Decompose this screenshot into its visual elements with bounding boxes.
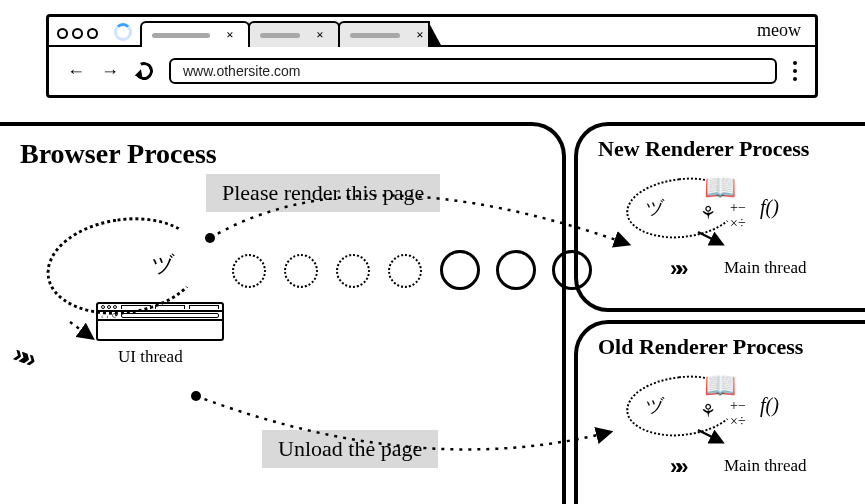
traffic-light-icon bbox=[72, 28, 83, 39]
math-icon: +−×÷ bbox=[730, 398, 746, 430]
old-renderer-title: Old Renderer Process bbox=[598, 334, 865, 360]
browser-toolbar: ← → www.othersite.com bbox=[49, 47, 815, 95]
tab-title-placeholder-icon bbox=[350, 33, 400, 38]
browser-brand-label: meow bbox=[757, 20, 801, 41]
old-main-thread-label: Main thread bbox=[724, 456, 807, 476]
math-icon: +−×÷ bbox=[730, 200, 746, 232]
new-renderer-title: New Renderer Process bbox=[598, 136, 865, 162]
tab-title-placeholder-icon bbox=[260, 33, 300, 38]
stream-step-icon bbox=[232, 254, 266, 288]
url-text: www.othersite.com bbox=[183, 63, 300, 79]
stream-step-icon bbox=[496, 250, 536, 290]
chevrons-icon: »» bbox=[670, 256, 682, 282]
tab-strip: × × × meow bbox=[49, 17, 815, 47]
window-traffic-lights bbox=[57, 28, 98, 39]
forward-button[interactable]: → bbox=[101, 61, 119, 82]
stream-step-icon bbox=[336, 254, 370, 288]
stream-step-icon bbox=[552, 250, 592, 290]
new-main-thread-label: Main thread bbox=[724, 258, 807, 278]
ui-thread-label: UI thread bbox=[118, 347, 183, 367]
stream-step-icon bbox=[388, 254, 422, 288]
back-button[interactable]: ← bbox=[67, 61, 85, 82]
main-thread-face-icon: ヅ bbox=[646, 394, 664, 418]
reload-icon[interactable] bbox=[132, 59, 155, 82]
render-message-label: Please render this page bbox=[206, 174, 440, 212]
tree-icon: ⚘ bbox=[700, 202, 716, 224]
stream-step-icon bbox=[284, 254, 318, 288]
main-thread-face-icon: ヅ bbox=[646, 196, 664, 220]
tab-close-icon[interactable]: × bbox=[222, 27, 238, 43]
browser-tab[interactable]: × bbox=[140, 21, 250, 47]
stream-step-icon bbox=[440, 250, 480, 290]
traffic-light-icon bbox=[57, 28, 68, 39]
fx-label: f() bbox=[760, 196, 779, 219]
tab-title-placeholder-icon bbox=[152, 33, 210, 38]
unload-message-label: Unload the page bbox=[262, 430, 438, 468]
tab-close-icon[interactable]: × bbox=[312, 27, 328, 43]
chevrons-icon: »» bbox=[670, 454, 682, 480]
browser-tab[interactable]: × bbox=[248, 21, 340, 47]
tree-icon: ⚘ bbox=[700, 400, 716, 422]
fx-label: f() bbox=[760, 394, 779, 417]
browser-process-title: Browser Process bbox=[20, 138, 562, 170]
browser-tab[interactable]: × bbox=[338, 21, 430, 47]
address-bar[interactable]: www.othersite.com bbox=[169, 58, 777, 84]
loading-spinner-icon bbox=[114, 23, 132, 41]
book-icon: 📖 bbox=[704, 172, 736, 203]
menu-kebab-icon[interactable] bbox=[793, 61, 797, 81]
tab-close-icon[interactable]: × bbox=[412, 27, 428, 43]
browser-window-chrome: × × × meow ← → www.othersite.com bbox=[46, 14, 818, 98]
book-icon: 📖 bbox=[704, 370, 736, 401]
traffic-light-icon bbox=[87, 28, 98, 39]
